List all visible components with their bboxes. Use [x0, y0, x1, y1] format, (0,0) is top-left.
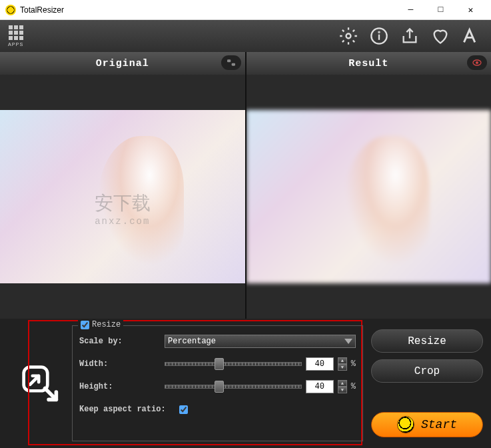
original-panel: Original 安下载 anxz.com [0, 52, 245, 319]
heart-icon[interactable] [428, 24, 452, 48]
scale-by-label: Scale by: [79, 337, 165, 346]
titlebar: TotalResizer — □ ✕ [0, 0, 491, 20]
height-value[interactable]: 40 [306, 380, 334, 393]
original-header: Original [0, 52, 245, 75]
settings-icon[interactable] [336, 24, 360, 48]
bottom-area: Resize Scale by: Percentage Width: 40 ▲▼… [0, 319, 491, 448]
crop-button[interactable]: Crop [371, 359, 483, 383]
svg-point-7 [476, 61, 478, 64]
resize-group-text: Resize [92, 320, 121, 329]
height-label: Height: [79, 382, 165, 391]
close-button[interactable]: ✕ [456, 1, 486, 19]
preview-eye-icon[interactable] [467, 55, 487, 70]
svg-point-0 [346, 34, 351, 39]
resize-options-group: Resize Scale by: Percentage Width: 40 ▲▼… [72, 325, 363, 441]
resize-group-label: Resize [78, 320, 123, 329]
keep-aspect-label: Keep aspect ratio: [79, 405, 179, 414]
result-panel: Result [245, 52, 492, 319]
original-image-area[interactable]: 安下载 anxz.com [0, 75, 245, 319]
apps-label: APPS [8, 41, 23, 47]
action-buttons: Resize Crop Start [371, 325, 483, 441]
svg-point-3 [378, 32, 379, 33]
result-header: Result [246, 52, 492, 75]
original-image [0, 110, 245, 283]
width-unit: % [351, 359, 356, 369]
width-spinner[interactable]: ▲▼ [338, 357, 347, 371]
scale-by-value: Percentage [168, 337, 216, 346]
width-value[interactable]: 40 [306, 357, 334, 371]
start-icon [397, 416, 414, 433]
scale-by-dropdown[interactable]: Percentage [165, 335, 356, 348]
height-unit: % [351, 382, 356, 391]
resize-checkbox[interactable] [81, 321, 89, 329]
font-icon[interactable] [459, 24, 483, 48]
maximize-button[interactable]: □ [426, 1, 456, 19]
toolbar: APPS [0, 20, 491, 52]
width-slider[interactable] [165, 358, 302, 370]
height-spinner[interactable]: ▲▼ [338, 380, 347, 393]
svg-rect-4 [227, 59, 231, 62]
chevron-down-icon [344, 339, 352, 344]
preview-panels: Original 安下载 anxz.com Result [0, 52, 491, 319]
info-icon[interactable] [367, 24, 391, 48]
expand-arrow-icon[interactable] [8, 325, 72, 441]
start-label: Start [421, 418, 457, 431]
app-icon [5, 5, 16, 15]
compare-toggle-icon[interactable] [221, 55, 241, 70]
original-label: Original [96, 58, 149, 69]
apps-button[interactable]: APPS [8, 25, 23, 47]
svg-rect-5 [231, 63, 235, 66]
window-title: TotalResizer [20, 5, 64, 15]
resize-button[interactable]: Resize [371, 329, 483, 353]
result-label: Result [348, 58, 388, 69]
result-image [246, 110, 492, 283]
result-image-area[interactable] [246, 75, 492, 319]
share-icon[interactable] [398, 24, 422, 48]
minimize-button[interactable]: — [396, 1, 426, 19]
keep-aspect-checkbox[interactable] [179, 405, 188, 414]
start-button[interactable]: Start [371, 412, 483, 437]
height-slider[interactable] [165, 381, 302, 393]
width-label: Width: [79, 359, 165, 369]
